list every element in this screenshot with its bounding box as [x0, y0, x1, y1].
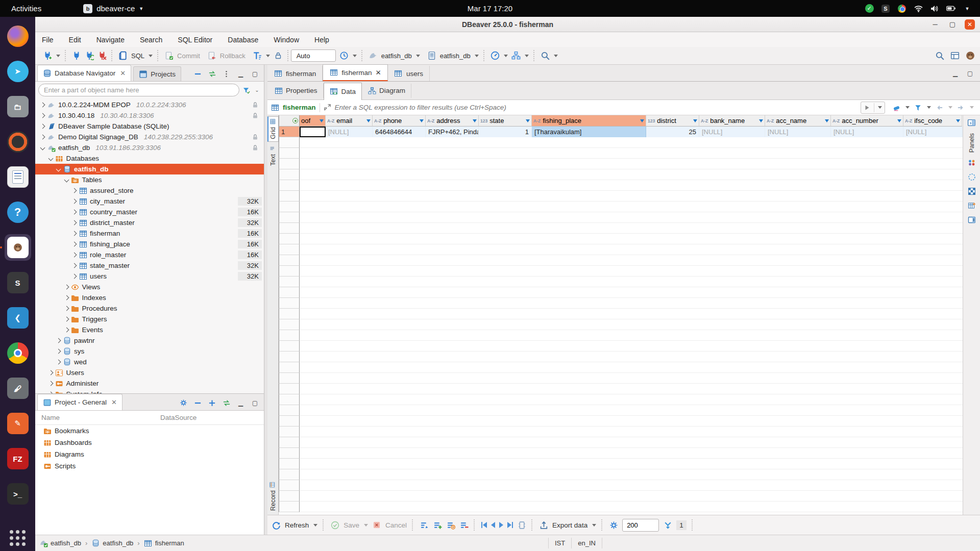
cell-acc_name[interactable]: [NULL] [765, 127, 831, 137]
dock-files[interactable]: 🗀 [5, 93, 31, 120]
isolation-combo[interactable]: Auto [291, 49, 336, 62]
update-check-icon[interactable]: ✓ [865, 4, 874, 13]
empty-row[interactable] [279, 416, 963, 427]
cell-state[interactable]: 1 [479, 127, 532, 137]
first-row-button[interactable] [481, 522, 487, 528]
edit-cell-icon[interactable] [420, 520, 429, 530]
sql-editor-button[interactable]: SQL [115, 51, 156, 60]
empty-row-number-cell[interactable] [279, 437, 300, 448]
chevron-collapsed-icon[interactable] [64, 328, 69, 333]
empty-row[interactable] [279, 277, 963, 287]
dock-sublime-text[interactable]: S [5, 269, 31, 296]
tree-item-system-info[interactable]: System Info [35, 389, 264, 393]
column-header-oof[interactable]: oof [300, 115, 326, 127]
dock-app-grid[interactable] [5, 524, 31, 551]
dock-pen-tool[interactable]: ✎ [5, 410, 31, 437]
project-item-diagrams[interactable]: Diagrams [35, 448, 264, 460]
minimize-button[interactable]: ─ [930, 19, 940, 30]
chevron-collapsed-icon[interactable] [72, 242, 77, 247]
history-back-icon[interactable] [936, 104, 943, 111]
editor-tab-users-2[interactable]: users [388, 66, 430, 81]
tree-item-indexes[interactable]: Indexes [35, 292, 264, 303]
tab-database-navigator[interactable]: Database Navigator ✕ [37, 65, 131, 81]
empty-row-number-cell[interactable] [279, 202, 300, 212]
cell-phone[interactable]: 6464846644 [373, 127, 426, 137]
column-dropdown-icon[interactable] [420, 119, 424, 122]
dock-documents[interactable] [5, 164, 31, 190]
empty-row[interactable] [279, 137, 963, 148]
cell-bank_name[interactable]: [NULL] [699, 127, 765, 137]
subtab-data[interactable]: Data [324, 83, 362, 100]
tree-item-procedures[interactable]: Procedures [35, 303, 264, 314]
empty-row-number-cell[interactable] [279, 373, 300, 384]
view-menu-icon[interactable] [223, 70, 230, 78]
empty-row-number-cell[interactable] [279, 448, 300, 459]
last-row-button[interactable] [507, 522, 513, 528]
fetch-size-input[interactable] [622, 519, 659, 532]
transaction-lock-icon[interactable] [274, 51, 283, 60]
close-tab-icon[interactable]: ✕ [376, 68, 381, 77]
editor-minimize-icon[interactable]: ▁ [951, 69, 959, 77]
cell-oof[interactable] [300, 127, 326, 137]
expand-all-icon[interactable] [208, 399, 216, 407]
empty-row[interactable] [279, 491, 963, 502]
column-header-email[interactable]: A-Zemail [326, 115, 373, 127]
tree-item-pawtnr[interactable]: pawtnr [35, 335, 264, 346]
empty-row-number-cell[interactable] [279, 244, 300, 255]
column-dropdown-icon[interactable] [320, 119, 324, 122]
empty-row[interactable] [279, 148, 963, 159]
erd-icon[interactable] [511, 51, 521, 60]
fetch-page-icon[interactable] [517, 520, 526, 530]
grid-corner-cell[interactable] [279, 115, 300, 127]
dock-vscode[interactable]: ❮ [5, 305, 31, 331]
tree-item-wed[interactable]: wed [35, 357, 264, 367]
next-row-button[interactable] [499, 522, 503, 528]
tree-item-fishing-place[interactable]: fishing_place16K [35, 239, 264, 249]
connection-selector[interactable]: eatfish_db [365, 51, 424, 60]
empty-row-number-cell[interactable] [279, 180, 300, 191]
dock-filezilla[interactable]: FZ [5, 445, 31, 472]
chevron-collapsed-icon[interactable] [72, 210, 77, 215]
column-dropdown-icon[interactable] [897, 119, 901, 122]
grid-view-tab[interactable]: Grid [267, 116, 279, 142]
empty-row-number-cell[interactable] [279, 277, 300, 287]
maximize-button[interactable]: ▢ [947, 19, 958, 30]
tree-item-users[interactable]: users32K [35, 271, 264, 282]
expand-filter-icon[interactable] [324, 104, 331, 111]
empty-row-number-cell[interactable] [279, 298, 300, 309]
activities-button[interactable]: Activities [0, 0, 53, 17]
dock-terminal[interactable]: >_ [5, 481, 31, 507]
sql-filter-input[interactable] [335, 104, 857, 111]
empty-row[interactable] [279, 341, 963, 352]
history-forward-caret[interactable] [970, 106, 974, 109]
chevron-collapsed-icon[interactable] [72, 263, 77, 268]
filter-settings-icon[interactable] [242, 86, 250, 94]
tree-item-eatfish-db[interactable]: eatfish_db [35, 164, 264, 174]
subtab-diagram[interactable]: Diagram [362, 84, 411, 98]
empty-row-number-cell[interactable] [279, 459, 300, 469]
cancel-button[interactable]: Cancel [385, 521, 407, 529]
empty-row-number-cell[interactable] [279, 159, 300, 169]
result-settings-icon[interactable] [609, 520, 618, 530]
chevron-collapsed-icon[interactable] [40, 124, 45, 129]
empty-row[interactable] [279, 469, 963, 480]
empty-row[interactable] [279, 480, 963, 491]
tree-item-state-master[interactable]: state_master32K [35, 260, 264, 271]
refresh-caret[interactable] [313, 524, 317, 527]
previous-row-button[interactable] [491, 522, 495, 528]
dashboard-icon[interactable] [491, 51, 500, 60]
project-settings-icon[interactable] [180, 399, 187, 407]
references-panel-icon[interactable] [968, 216, 976, 224]
tree-item-city-master[interactable]: city_master32K [35, 196, 264, 207]
quick-search-icon[interactable] [935, 51, 944, 60]
tree-item-eatfish-db[interactable]: eatfish_db103.91.186.239:3306 [35, 142, 264, 153]
column-name[interactable]: Name [35, 414, 160, 421]
column-header-acc_name[interactable]: A-Zacc_name [765, 115, 831, 127]
window-titlebar[interactable]: DBeaver 25.0.0 - fisherman ─ ▢ ✕ [35, 17, 980, 32]
link-editor-icon[interactable] [208, 70, 216, 78]
perspective-icon[interactable] [950, 51, 960, 60]
chevron-collapsed-icon[interactable] [64, 285, 69, 290]
column-dropdown-icon[interactable] [693, 119, 697, 122]
save-icon[interactable] [330, 520, 339, 530]
empty-row[interactable] [279, 169, 963, 180]
